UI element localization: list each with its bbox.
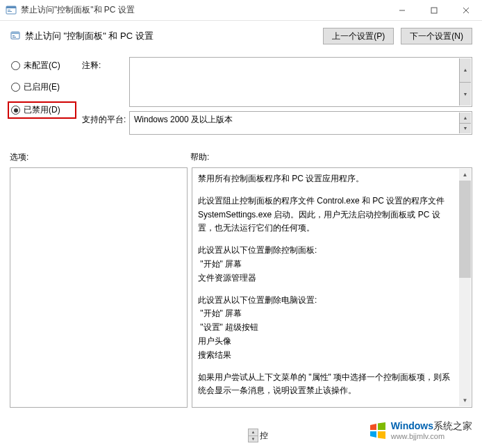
policy-title: 禁止访问 "控制面板" 和 PC 设置 <box>25 30 153 42</box>
radio-icon <box>11 61 20 70</box>
help-p: 禁用所有控制面板程序和 PC 设置应用程序。 <box>198 172 454 186</box>
scroll-up-button[interactable]: ▲ <box>459 169 471 181</box>
radio-group: 未配置(C) 已启用(E) 已禁用(D) <box>10 57 76 139</box>
footer-control: ▲ ▼ 控 <box>248 429 268 442</box>
spinner-down-button[interactable]: ▼ <box>249 436 258 442</box>
platform-label: 支持的平台: <box>82 111 129 126</box>
help-p: 此设置从以下位置删除电脑设置: "开始" 屏幕 "设置" 超级按钮 用户头像 搜… <box>198 294 454 363</box>
comment-label: 注释: <box>82 57 129 72</box>
comment-input[interactable]: ▲ ▼ <box>129 57 472 107</box>
policy-icon <box>10 31 21 42</box>
titlebar: 禁止访问"控制面板"和 PC 设置 <box>0 0 482 21</box>
footer-spinner[interactable]: ▲ ▼ <box>248 429 258 442</box>
svg-rect-2 <box>8 10 10 10</box>
watermark-url: www.bjjmlv.com <box>391 432 472 441</box>
minimize-button[interactable] <box>386 0 418 21</box>
prev-setting-button[interactable]: 上一个设置(P) <box>323 28 394 44</box>
header: 禁止访问 "控制面板" 和 PC 设置 上一个设置(P) 下一个设置(N) <box>0 21 482 57</box>
close-button[interactable] <box>450 0 482 21</box>
radio-disabled[interactable]: 已禁用(D) <box>8 101 76 119</box>
maximize-button[interactable] <box>418 0 450 21</box>
help-p: 如果用户尝试从上下文菜单的 "属性" 项中选择一个控制面板项，则系统会显示一条消… <box>198 371 454 399</box>
app-icon <box>6 5 17 16</box>
radio-label: 已启用(E) <box>24 81 60 93</box>
next-setting-button[interactable]: 下一个设置(N) <box>401 28 472 44</box>
scroll-thumb[interactable] <box>459 181 471 278</box>
help-p: 此设置从以下位置删除控制面板: "开始" 屏幕 文件资源管理器 <box>198 244 454 285</box>
svg-rect-9 <box>11 32 19 34</box>
scroll-down-button[interactable]: ▼ <box>459 395 471 406</box>
svg-marker-15 <box>378 431 385 439</box>
radio-enabled[interactable]: 已启用(E) <box>10 80 76 94</box>
svg-rect-1 <box>6 6 16 8</box>
svg-rect-3 <box>8 11 12 12</box>
watermark-brand: Windows系统之家 <box>391 420 472 432</box>
config-area: 未配置(C) 已启用(E) 已禁用(D) 注释: ▲ ▼ 支持的平台: Wind… <box>0 57 482 139</box>
radio-label: 未配置(C) <box>24 60 60 72</box>
svg-marker-14 <box>370 431 376 438</box>
spinner-down-button[interactable]: ▼ <box>459 83 471 106</box>
platform-box: Windows 2000 及以上版本 ▲ ▼ <box>129 111 472 135</box>
radio-label: 已禁用(D) <box>24 104 60 116</box>
platform-spinner: ▲ ▼ <box>459 113 471 133</box>
options-pane <box>10 167 188 408</box>
help-pane: 禁用所有控制面板程序和 PC 设置应用程序。 此设置阻止控制面板的程序文件 Co… <box>192 167 472 408</box>
svg-rect-5 <box>431 8 437 13</box>
panes: 禁用所有控制面板程序和 PC 设置应用程序。 此设置阻止控制面板的程序文件 Co… <box>0 166 482 415</box>
spinner-up-button[interactable]: ▲ <box>459 58 471 83</box>
options-label: 选项: <box>10 151 190 163</box>
watermark: Windows系统之家 www.bjjmlv.com <box>365 419 475 442</box>
scrollbar[interactable]: ▲ ▼ <box>459 169 471 406</box>
spinner-up-button[interactable]: ▲ <box>249 429 258 436</box>
radio-not-configured[interactable]: 未配置(C) <box>10 58 76 73</box>
svg-marker-12 <box>370 424 376 430</box>
system-buttons <box>386 0 482 21</box>
pane-labels: 选项: 帮助: <box>0 139 482 166</box>
svg-marker-13 <box>378 422 385 430</box>
spinner-up-button[interactable]: ▲ <box>459 113 471 124</box>
help-label: 帮助: <box>190 151 472 163</box>
spinner-down-button[interactable]: ▼ <box>459 124 471 134</box>
svg-rect-11 <box>13 37 16 38</box>
footer-label: 控 <box>260 430 268 442</box>
scroll-track[interactable] <box>459 278 471 395</box>
radio-icon <box>11 83 20 92</box>
window-title: 禁止访问"控制面板"和 PC 设置 <box>21 4 386 16</box>
help-p: 此设置阻止控制面板的程序文件 Control.exe 和 PC 设置的程序文件 … <box>198 194 454 235</box>
radio-icon <box>11 106 20 115</box>
windows-logo-icon <box>367 421 387 440</box>
platform-value: Windows 2000 及以上版本 <box>134 114 233 126</box>
help-text: 禁用所有控制面板程序和 PC 设置应用程序。 此设置阻止控制面板的程序文件 Co… <box>198 172 466 398</box>
svg-rect-10 <box>13 35 15 36</box>
comment-spinner: ▲ ▼ <box>459 58 471 106</box>
